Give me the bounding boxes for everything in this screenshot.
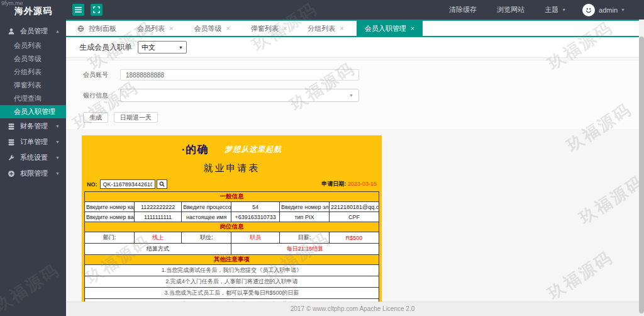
- application-table: 一般信息 Введите номер карточ 11222222222 Вв…: [84, 191, 379, 302]
- user-dropdown[interactable]: admin ▼: [599, 6, 635, 14]
- tab-popup-list[interactable]: 弹窗列表 ×: [243, 21, 295, 36]
- application-slogan: 梦想从这里起航: [225, 144, 282, 155]
- close-icon[interactable]: ×: [226, 25, 230, 32]
- hamburger-icon: [75, 7, 82, 13]
- view-site-link[interactable]: 浏览网站: [487, 5, 535, 14]
- tab-label: 会员等级: [194, 24, 221, 33]
- section-row: 岗位信息: [85, 222, 379, 232]
- generate-button[interactable]: 生成: [83, 112, 108, 123]
- close-icon[interactable]: ×: [411, 25, 414, 32]
- note-item: 3.当您成为正式员工后，都可以享受每日R$500的日薪: [85, 288, 379, 299]
- language-selected-value: 中文: [142, 43, 155, 52]
- page-url-watermark: 9fym.me: [1, 0, 23, 6]
- topbar: 清除缓存 浏览网站 主题 ▼ admin ▼: [66, 0, 644, 20]
- tab-member-level[interactable]: 会员等级 ×: [186, 21, 238, 36]
- tab-dashboard[interactable]: 控制面板: [69, 21, 125, 36]
- sidebar-item-permission-management[interactable]: 权限管理 ▼: [0, 166, 66, 181]
- section-header-notes: 其他注意事项: [85, 255, 379, 265]
- tab-label: 弹窗列表: [251, 24, 279, 33]
- bank-label: 银行信息: [83, 91, 112, 100]
- sidebar-item-order-management[interactable]: 订单管理 ▼: [0, 134, 66, 150]
- tab-member-list[interactable]: 会员列表 ×: [129, 21, 181, 36]
- clear-cache-link[interactable]: 清除缓存: [439, 5, 487, 14]
- bank-row: 银行信息 ▼: [83, 89, 639, 102]
- table-cell: 11222222222: [135, 202, 182, 212]
- section-header-position: 岗位信息: [85, 222, 379, 232]
- table-row: Введите номер карточ 11222222222 Введите…: [85, 202, 379, 212]
- sidebar-item-member-level[interactable]: 会员等级: [0, 52, 66, 65]
- table-row: 部门: 线上 职位: 职员 日薪: R$500: [85, 232, 379, 244]
- tab-member-onboarding[interactable]: 会员入职管理 ×: [357, 21, 423, 36]
- table-cell: 职位:: [182, 232, 231, 244]
- application-title: 就业申请表: [84, 162, 379, 174]
- table-cell-highlight: 职员: [231, 232, 280, 244]
- table-cell: тип PIX: [279, 212, 329, 222]
- search-button[interactable]: [157, 179, 167, 189]
- collapse-sidebar-button[interactable]: [72, 4, 84, 16]
- close-icon[interactable]: ×: [283, 25, 287, 32]
- bank-select[interactable]: ▼: [120, 89, 359, 102]
- table-cell: настоящее имя: [182, 212, 231, 222]
- table-row: 2.完成4个入门任务后，人事部门将通过您的入职申请: [85, 276, 379, 288]
- sidebar-item-system-settings[interactable]: 系统设置 ▼: [0, 150, 66, 166]
- account-input[interactable]: [120, 69, 359, 81]
- fullscreen-button[interactable]: [91, 4, 103, 16]
- section-header-general: 一般信息: [85, 192, 379, 202]
- tab-label: 会员列表: [137, 24, 165, 33]
- sidebar-item-member-onboarding[interactable]: 会员入职管理: [0, 105, 66, 118]
- person-icon: [8, 28, 16, 35]
- sidebar-item-member-list[interactable]: 会员列表: [0, 39, 66, 52]
- chevron-down-icon: ▼: [55, 171, 60, 176]
- scrollbar[interactable]: [639, 20, 644, 316]
- application-date: 申请日期: 2023-03-15: [321, 180, 377, 188]
- tab-label: 控制面板: [89, 24, 116, 33]
- tab-label: 分组列表: [308, 24, 335, 33]
- table-cell: 部门:: [85, 232, 135, 244]
- avatar[interactable]: [582, 4, 595, 16]
- date-value: 2023-03-15: [348, 181, 377, 187]
- settle-label-cell: 结算方式: [85, 244, 231, 255]
- employment-application-card: ·的确 梦想从这里起航 就业申请表 NO: 申请日期: 2023-03-15 一…: [82, 135, 382, 302]
- table-row: 1.当您完成测试任务后，我们为您提交《员工入职申请》: [85, 265, 379, 276]
- sidebar-item-label: 财务管理: [20, 121, 48, 131]
- application-brand-row: ·的确 梦想从这里起航: [84, 142, 379, 157]
- close-icon[interactable]: ×: [340, 25, 343, 32]
- topbar-actions: 清除缓存 浏览网站 主题 ▼ admin ▼: [439, 4, 644, 16]
- settle-value-cell: 每日21:15结算: [231, 244, 379, 255]
- table-cell: 1111111111: [135, 212, 182, 222]
- sidebar-item-label: 权限管理: [20, 169, 48, 178]
- chevron-down-icon: ▼: [179, 45, 183, 50]
- scrollbar-thumb[interactable]: [639, 37, 644, 313]
- sidebar-item-popup-list[interactable]: 弹窗列表: [0, 79, 66, 92]
- language-select[interactable]: 中文 ▼: [138, 41, 187, 54]
- chevron-down-icon: ▼: [55, 140, 60, 144]
- chevron-down-icon: ▼: [562, 8, 566, 12]
- page-title: 生成会员入职单: [79, 42, 132, 53]
- expand-icon: [93, 6, 100, 13]
- table-cell: Введите номер вашего: [85, 212, 135, 222]
- table-row: 3.当您成为正式员工后，都可以享受每日R$500的日薪: [85, 288, 379, 299]
- close-icon[interactable]: ×: [169, 25, 173, 32]
- date-label: 申请日期:: [321, 181, 346, 187]
- chevron-down-icon: ▼: [349, 93, 353, 98]
- application-no-input[interactable]: [100, 179, 155, 189]
- sidebar-item-finance-management[interactable]: 财务管理 ▼: [0, 118, 66, 134]
- main-content: 生成会员入职单 中文 ▼ 会员账号 银行信息 ▼ 生成 日期退一天 ·的确 梦想…: [66, 37, 639, 302]
- sidebar-item-member-management[interactable]: 会员管理 ▲: [0, 23, 66, 39]
- section-row: 其他注意事项: [85, 255, 379, 265]
- theme-dropdown[interactable]: 主题 ▼: [535, 5, 576, 14]
- database-icon: [8, 123, 16, 130]
- form-buttons: 生成 日期退一天: [83, 112, 639, 123]
- sidebar-item-agent-query[interactable]: 代理查询: [0, 92, 66, 105]
- application-logo: ·的确: [182, 142, 209, 157]
- sidebar-item-group-list[interactable]: 分组列表: [0, 65, 66, 79]
- footer: 2017 © www.cltphp.com Apache Licence 2.0: [66, 302, 639, 316]
- date-back-one-day-button[interactable]: 日期退一天: [114, 112, 158, 123]
- tab-group-list[interactable]: 分组列表 ×: [299, 21, 352, 36]
- tabbar: 控制面板 会员列表 × 会员等级 × 弹窗列表 × 分组列表 × 会员入职管理 …: [66, 20, 644, 37]
- sidebar-item-label: 会员管理: [20, 26, 48, 36]
- chevron-down-icon: ▼: [55, 155, 60, 160]
- chevron-down-icon: ▼: [621, 8, 625, 12]
- table-cell: +639163310733: [231, 212, 280, 222]
- note-item: 1.当您完成测试任务后，我们为您提交《员工入职申请》: [85, 265, 379, 276]
